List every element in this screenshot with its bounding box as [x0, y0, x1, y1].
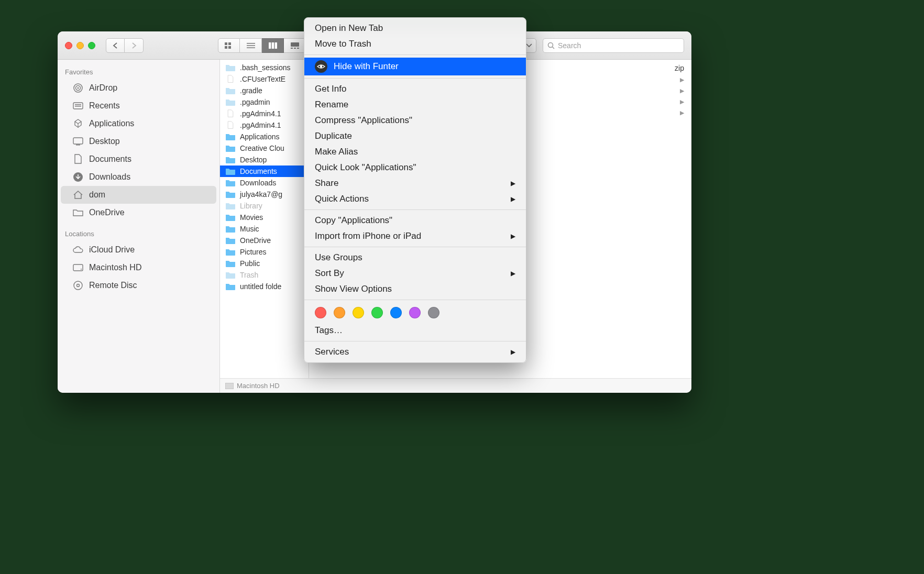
tag-color[interactable] — [409, 307, 421, 318]
tag-color[interactable] — [334, 307, 345, 318]
list-item[interactable]: Music — [220, 223, 309, 235]
menu-item[interactable]: Sort By▶ — [304, 266, 526, 281]
menu-item[interactable]: Import from iPhone or iPad▶ — [304, 228, 526, 244]
list-item[interactable]: Library — [220, 200, 309, 212]
traffic-lights — [65, 42, 95, 49]
sidebar-item-label: Recents — [89, 101, 120, 111]
svg-rect-13 — [297, 48, 299, 49]
svg-point-28 — [77, 284, 80, 287]
menu-item[interactable]: Hide with Funter — [304, 58, 526, 75]
list-item[interactable]: .pgadmin — [220, 96, 309, 108]
list-item[interactable]: Pictures — [220, 246, 309, 258]
sidebar-item-desktop[interactable]: Desktop — [61, 133, 216, 150]
svg-point-14 — [548, 42, 553, 47]
tag-color[interactable] — [371, 307, 383, 318]
file-label: julya4ka7@g — [240, 190, 282, 198]
tag-color[interactable] — [353, 307, 364, 318]
column-view-button[interactable] — [262, 38, 284, 53]
list-item[interactable]: OneDrive — [220, 235, 309, 246]
svg-rect-10 — [291, 42, 299, 47]
zoom-icon[interactable] — [88, 42, 95, 49]
menu-item[interactable]: Rename — [304, 97, 526, 113]
menu-item-label: Tags… — [315, 325, 343, 336]
menu-item[interactable]: Compress "Applications" — [304, 113, 526, 128]
svg-rect-9 — [274, 42, 277, 49]
menu-item[interactable]: Duplicate — [304, 128, 526, 144]
sidebar-item-applications[interactable]: Applications — [61, 115, 216, 133]
list-item[interactable]: Documents — [220, 165, 309, 177]
list-item[interactable]: .bash_sessions — [220, 62, 309, 73]
sidebar-item-onedrive[interactable]: OneDrive — [61, 204, 216, 222]
svg-rect-23 — [76, 145, 80, 146]
menu-item-label: Hide with Funter — [334, 61, 399, 72]
file-label: Trash — [240, 271, 258, 279]
sidebar-item-label: Remote Disc — [89, 281, 137, 290]
menu-item[interactable]: Share▶ — [304, 175, 526, 191]
menu-item-label: Use Groups — [315, 252, 362, 263]
svg-rect-1 — [228, 42, 231, 45]
svg-point-27 — [74, 281, 82, 290]
tag-color[interactable] — [315, 307, 326, 318]
svg-rect-5 — [247, 45, 255, 46]
sidebar-item-label: Applications — [89, 119, 134, 128]
list-view-button[interactable] — [240, 38, 262, 53]
home-icon — [72, 189, 84, 201]
sidebar-item-recents[interactable]: Recents — [61, 97, 216, 115]
icon-view-button[interactable] — [218, 38, 240, 53]
menu-item[interactable]: Open in New Tab — [304, 20, 526, 36]
menu-item[interactable]: Move to Trash — [304, 36, 526, 52]
search-input[interactable]: Search — [543, 38, 684, 53]
sidebar-item-icloud[interactable]: iCloud Drive — [61, 241, 216, 259]
list-item[interactable]: Applications — [220, 131, 309, 142]
menu-item[interactable]: Quick Look "Applications" — [304, 160, 526, 175]
menu-item[interactable]: Quick Actions▶ — [304, 191, 526, 207]
file-label: OneDrive — [240, 236, 271, 245]
sidebar-item-label: Macintosh HD — [89, 263, 141, 272]
tag-color[interactable] — [390, 307, 402, 318]
sidebar-item-downloads[interactable]: Downloads — [61, 168, 216, 186]
chevron-right-icon: ▶ — [511, 233, 515, 240]
sidebar-item-remote-disc[interactable]: Remote Disc — [61, 277, 216, 294]
menu-item[interactable]: Services▶ — [304, 344, 526, 360]
menu-item-label: Import from iPhone or iPad — [315, 231, 421, 241]
menu-item[interactable]: Make Alias — [304, 144, 526, 160]
menu-item[interactable]: Get Info — [304, 81, 526, 97]
cloud-icon — [72, 244, 84, 256]
disk-icon — [225, 383, 234, 389]
svg-point-18 — [78, 87, 79, 89]
file-label: Music — [240, 225, 259, 233]
tag-color[interactable] — [428, 307, 439, 318]
list-item[interactable]: julya4ka7@g — [220, 189, 309, 200]
forward-button[interactable] — [125, 38, 144, 53]
gallery-view-button[interactable] — [284, 38, 306, 53]
sidebar-item-documents[interactable]: Documents — [61, 150, 216, 168]
chevron-right-icon: ▶ — [511, 270, 515, 277]
menu-item[interactable]: Tags… — [304, 323, 526, 338]
list-item[interactable]: Creative Clou — [220, 142, 309, 154]
list-item[interactable]: .gradle — [220, 85, 309, 96]
sidebar-item-airdrop[interactable]: AirDrop — [61, 79, 216, 97]
list-item[interactable]: Trash — [220, 269, 309, 281]
menu-item[interactable]: Copy "Applications" — [304, 213, 526, 228]
list-item[interactable]: Movies — [220, 212, 309, 223]
minimize-icon[interactable] — [76, 42, 84, 49]
sidebar-item-macintosh-hd[interactable]: Macintosh HD — [61, 259, 216, 277]
list-item[interactable]: .pgAdmin4.1 — [220, 119, 309, 131]
sidebar-item-label: dom — [89, 190, 105, 200]
menu-item[interactable]: Show View Options — [304, 281, 526, 297]
menu-separator — [304, 209, 526, 210]
documents-icon — [72, 153, 84, 165]
list-item[interactable]: .CFUserTextE — [220, 73, 309, 85]
list-item[interactable]: Desktop — [220, 154, 309, 165]
list-item[interactable]: Public — [220, 258, 309, 269]
list-item[interactable]: untitled folde — [220, 281, 309, 292]
close-icon[interactable] — [65, 42, 72, 49]
menu-item[interactable]: Use Groups — [304, 250, 526, 266]
sidebar-item-home[interactable]: dom — [61, 186, 216, 204]
list-item[interactable]: Downloads — [220, 177, 309, 189]
file-label: Pictures — [240, 248, 267, 256]
back-button[interactable] — [106, 38, 125, 53]
list-item[interactable]: .pgAdmin4.1 — [220, 108, 309, 119]
chevron-right-icon: ▶ — [511, 180, 515, 187]
svg-point-30 — [320, 65, 322, 68]
